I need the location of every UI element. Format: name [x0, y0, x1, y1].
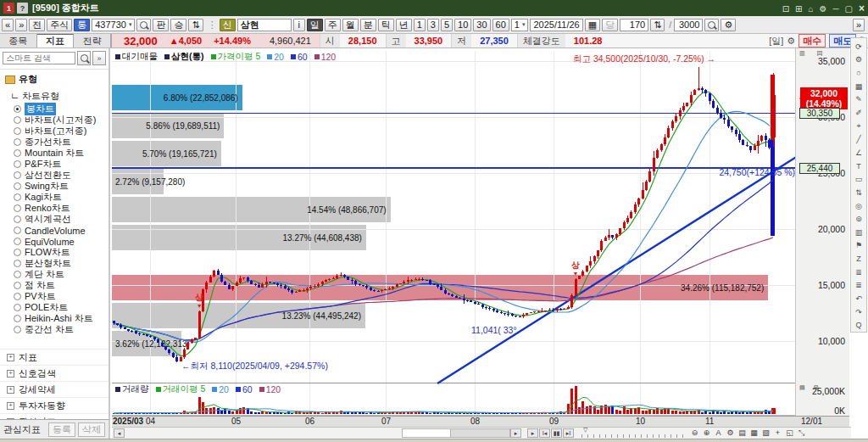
- tools-settings-icon[interactable]: ⚙: [852, 53, 865, 67]
- period-year-button[interactable]: 년: [396, 19, 412, 31]
- zoom-region-icon[interactable]: ⊚: [852, 212, 865, 226]
- history-forward-button[interactable]: »: [15, 19, 27, 31]
- play-button[interactable]: ▸: [527, 428, 538, 438]
- marker-tool-icon[interactable]: ✐: [852, 106, 865, 120]
- step-back-button[interactable]: Ⅰ◂: [539, 428, 550, 438]
- volume-pane-style-icon[interactable]: ▤: [799, 384, 805, 390]
- history-back-button[interactable]: «: [2, 19, 14, 31]
- crosshair-tool-icon[interactable]: ⌖: [852, 120, 865, 133]
- sidebar-section-관심지표[interactable]: +관심지표: [0, 413, 108, 419]
- new-listing-badge[interactable]: 신: [220, 19, 236, 31]
- zoom-out-button[interactable]: ⊖: [689, 428, 700, 438]
- dang-button[interactable]: 당: [602, 19, 618, 31]
- restore-layout-icon[interactable]: ◱: [784, 428, 795, 438]
- pan-button[interactable]: 판: [153, 19, 169, 31]
- period-month-button[interactable]: 월: [342, 19, 359, 31]
- period-day-button[interactable]: 일: [307, 19, 323, 31]
- chart-type-item[interactable]: 중간선 차트: [0, 324, 108, 335]
- mini-chart-style-icon[interactable]: ▥: [799, 50, 805, 56]
- scroll-left-button[interactable]: ◂: [114, 428, 125, 438]
- maximize-button[interactable]: ▢: [845, 4, 853, 14]
- quote-settings-icon[interactable]: ⚙: [787, 36, 795, 47]
- date-input[interactable]: 2025/11/26: [530, 19, 582, 31]
- layout-grid-icon[interactable]: ▦: [748, 428, 760, 438]
- symbol-search-icon[interactable]: [136, 19, 151, 31]
- pattern-tool-icon[interactable]: ▦: [852, 80, 865, 93]
- smart-search-input[interactable]: [3, 52, 75, 64]
- bar-count-input[interactable]: 170: [620, 19, 648, 31]
- tab-지표[interactable]: 지표: [37, 34, 75, 48]
- all-markets-button[interactable]: 전: [29, 19, 45, 31]
- fullscreen-icon[interactable]: ⤡: [796, 428, 807, 438]
- interval-1-button[interactable]: 1: [414, 19, 426, 31]
- register-button[interactable]: 등록: [48, 422, 75, 437]
- new-window-icon[interactable]: ⊡: [782, 4, 789, 14]
- sidebar-section-강세약세[interactable]: +강세약세: [0, 381, 108, 397]
- interval-60-button[interactable]: 60: [492, 19, 509, 31]
- magnify-icon[interactable]: Q: [852, 318, 865, 332]
- sidebar-section-신호검색[interactable]: +신호검색: [0, 365, 108, 381]
- symbol-code-combo[interactable]: 437730▾: [92, 19, 135, 31]
- interval-10-button[interactable]: 10: [454, 19, 471, 31]
- refresh-icon[interactable]: ⟳: [852, 40, 865, 53]
- bottom-settings-icon[interactable]: ⚙: [725, 428, 736, 438]
- toolbar-more-button[interactable]: »: [853, 19, 865, 31]
- zoom-select-icon[interactable]: ◎: [852, 199, 865, 213]
- period-tick-button[interactable]: 틱: [378, 19, 394, 31]
- type-folder[interactable]: 유형: [0, 70, 108, 87]
- price-chart[interactable]: 6.80% (22,852,086)5.86% (19,689,511)5.70…: [112, 48, 795, 416]
- symbol-spinner[interactable]: ⇅: [188, 19, 203, 31]
- close-button[interactable]: ×: [859, 3, 865, 14]
- duplicate-icon[interactable]: ⊞: [795, 4, 802, 14]
- custom-interval-combo[interactable]: 1▾: [511, 19, 529, 31]
- chart-type-item[interactable]: 역시계곡선: [0, 214, 108, 225]
- period-minute-button[interactable]: 분: [360, 19, 376, 31]
- volume-pane-close-icon[interactable]: ⊠: [814, 384, 819, 390]
- unified-badge[interactable]: 통: [74, 19, 90, 31]
- sidebar-section-투자자동향[interactable]: +투자자동향: [0, 397, 108, 413]
- pause-button[interactable]: ▮▮: [551, 428, 562, 438]
- tab-종목[interactable]: 종목: [0, 34, 37, 48]
- scroll-right-button[interactable]: ▸: [510, 428, 521, 438]
- undo-icon[interactable]: ↶: [852, 292, 865, 305]
- layout-rows-icon[interactable]: ▤: [737, 428, 748, 438]
- step-forward-button[interactable]: ▸Ⅰ: [563, 428, 574, 438]
- scrollbar-thumb[interactable]: [450, 429, 509, 437]
- text-tool-icon[interactable]: T: [852, 159, 865, 173]
- chart-search-icon[interactable]: [704, 19, 719, 31]
- period-week-button[interactable]: 주: [325, 19, 341, 31]
- sidebar-search-button[interactable]: [77, 51, 91, 65]
- interval-3-button[interactable]: 3: [427, 19, 439, 31]
- add-pane-button[interactable]: +: [772, 428, 783, 438]
- chart-grid-icon[interactable]: ▥: [852, 226, 865, 239]
- memo-tool-icon[interactable]: ▭: [852, 172, 865, 186]
- seung-button[interactable]: 승: [170, 19, 186, 31]
- redo-icon[interactable]: ↷: [852, 305, 865, 319]
- chart-type-node[interactable]: ㄴ 차트유형: [0, 87, 108, 104]
- zoom-ruler[interactable]: ▽: [581, 429, 683, 438]
- layout-split-icon[interactable]: ▧: [760, 428, 771, 438]
- max-bars-input[interactable]: 3000: [674, 19, 703, 31]
- bars-compress-icon[interactable]: ≣: [852, 266, 865, 279]
- buy-button[interactable]: 매수: [798, 34, 826, 48]
- flag-tool-icon[interactable]: ⚑: [852, 239, 865, 253]
- arrow-marker-tool-icon[interactable]: ⇅: [852, 186, 865, 199]
- window-settings-icon[interactable]: ⚙: [819, 4, 826, 14]
- minimize-button[interactable]: ─: [832, 4, 838, 14]
- trendline-tool-icon[interactable]: ╱: [852, 132, 865, 146]
- bar-count-spinner[interactable]: ⇅: [650, 19, 665, 31]
- chart-settings-icon[interactable]: ⚙: [721, 19, 736, 31]
- mini-panel-icon[interactable]: 回: [817, 50, 823, 56]
- calendar-icon[interactable]: ▦: [585, 19, 600, 31]
- ellipse-tool-icon[interactable]: ○: [852, 66, 865, 80]
- symbol-name-box[interactable]: 삼현: [237, 19, 292, 31]
- interval-30-button[interactable]: 30: [473, 19, 490, 31]
- chart-type-item[interactable]: CandleVolume: [0, 225, 108, 236]
- home-icon[interactable]: ⌂: [808, 4, 813, 14]
- sidebar-collapse-button[interactable]: »: [92, 51, 106, 65]
- auto-trendline-icon[interactable]: ∠: [852, 146, 865, 159]
- help-icon[interactable]: ?: [17, 3, 28, 14]
- pen-tool-icon[interactable]: ✎: [852, 93, 865, 107]
- zoom-in-button[interactable]: ⊕: [701, 428, 712, 438]
- zigzag-tool-icon[interactable]: Z: [852, 252, 865, 266]
